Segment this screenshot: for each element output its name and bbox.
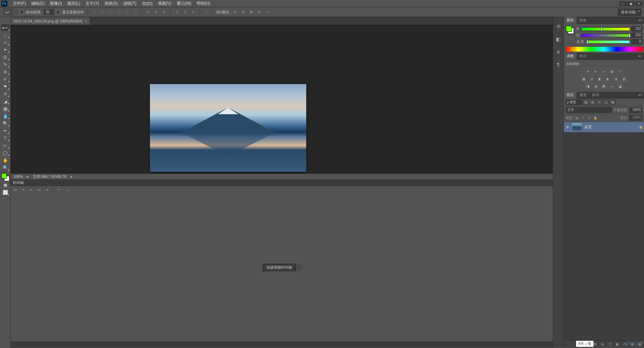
distribute-icon[interactable]: ≡ — [145, 9, 151, 15]
lock-pixels-icon[interactable]: ✎ — [581, 116, 586, 120]
hue-icon[interactable]: ▦ — [581, 76, 587, 82]
blend-mode-dropdown[interactable]: 正常 — [566, 107, 612, 113]
layer-row[interactable]: 👁 背景 🔒 — [564, 122, 644, 133]
opacity-value[interactable]: 100% — [629, 108, 642, 113]
distribute-h-icon[interactable]: ⦀ — [190, 9, 196, 15]
vibrance-icon[interactable]: ▽ — [617, 68, 623, 74]
distribute-h-icon[interactable]: ⦀ — [182, 9, 188, 15]
show-transform-checkbox[interactable] — [56, 10, 60, 14]
goto-last-icon[interactable]: ◂ — [45, 187, 50, 192]
next-frame-icon[interactable]: ▸| — [37, 187, 42, 192]
new-fill-icon[interactable]: ◐ — [615, 342, 620, 347]
maximize-button[interactable]: ▣ — [627, 1, 635, 6]
lasso-tool[interactable]: ⊃ — [1, 39, 9, 46]
color-swatch[interactable] — [566, 26, 574, 34]
3d-roll-icon[interactable]: ⊕ — [240, 9, 246, 15]
brush-tool[interactable]: ✐ — [1, 76, 9, 82]
r-slider[interactable] — [581, 27, 630, 31]
menu-type[interactable]: 文字(Y) — [83, 0, 102, 7]
eyedropper-tool[interactable]: ✎ — [1, 61, 9, 68]
invert-icon[interactable]: ◨ — [585, 83, 591, 89]
color-spectrum[interactable] — [565, 47, 643, 52]
character-panel-icon[interactable]: A — [555, 49, 562, 55]
tab-layers[interactable]: 图层 — [564, 91, 577, 98]
g-value[interactable]: 255 — [631, 33, 642, 38]
blur-tool[interactable]: 💧 — [1, 113, 9, 119]
align-bottom-icon[interactable]: ⬚ — [107, 9, 113, 15]
autoselect-dropdown[interactable]: 组 — [44, 9, 54, 15]
paragraph-panel-icon[interactable]: ¶ — [555, 61, 562, 68]
levels-icon[interactable]: ⊪ — [593, 68, 599, 74]
shape-tool[interactable]: ◯ — [1, 149, 9, 156]
align-top-icon[interactable]: ⬚ — [91, 9, 97, 15]
canvas-image[interactable] — [150, 84, 306, 172]
zoom-level[interactable]: 100% — [13, 175, 23, 179]
crop-tool[interactable]: ⊡ — [1, 54, 9, 60]
layer-visibility-icon[interactable]: 👁 — [565, 125, 570, 130]
layer-lock-icon[interactable]: 🔒 — [639, 125, 643, 129]
3d-pan-icon[interactable]: ✥ — [248, 9, 254, 15]
3d-zoom-icon[interactable]: ▭ — [264, 9, 270, 15]
close-tab-icon[interactable]: ✕ — [85, 19, 87, 23]
pen-tool[interactable]: ✒ — [1, 127, 9, 134]
layer-mask-icon[interactable]: ◻ — [608, 342, 612, 347]
menu-edit[interactable]: 编辑(E) — [29, 0, 47, 7]
zoom-tool[interactable]: 🔍 — [1, 164, 9, 171]
layer-thumbnail[interactable] — [572, 123, 582, 131]
3d-slide-icon[interactable]: ⇄ — [256, 9, 262, 15]
posterize-icon[interactable]: ▧ — [593, 83, 599, 89]
filter-smart-icon[interactable]: ▣ — [610, 99, 615, 105]
play-icon[interactable]: ▸ — [29, 187, 34, 192]
move-tool[interactable]: ▸+ — [1, 24, 9, 31]
create-video-timeline-button[interactable]: 创建视频时间轴 — [263, 264, 296, 271]
panel-menu-icon[interactable]: ▾≡ — [636, 93, 644, 97]
cut-icon[interactable]: ✂ — [57, 187, 61, 192]
doc-info-caret-icon[interactable]: ▸ — [71, 175, 73, 179]
menu-view[interactable]: 视图(V) — [155, 0, 174, 7]
stamp-tool[interactable]: ⚑ — [1, 83, 9, 90]
screen-mode-tool[interactable]: ⬜ — [1, 189, 9, 196]
gradient-map-icon[interactable]: ▭ — [609, 83, 615, 89]
g-slider[interactable] — [581, 34, 630, 37]
text-tool[interactable]: T — [1, 135, 9, 141]
fill-value[interactable]: 100% — [629, 115, 642, 121]
curves-icon[interactable]: ⬀ — [601, 68, 607, 74]
menu-file[interactable]: 文件(F) — [10, 0, 29, 7]
panel-menu-icon[interactable]: ▾≡ — [636, 18, 644, 22]
layer-style-icon[interactable]: fx — [600, 342, 605, 347]
exposure-icon[interactable]: ▨ — [609, 68, 615, 74]
panel-menu-icon[interactable]: ▾≡ — [636, 54, 644, 58]
dodge-tool[interactable]: 🔍 — [1, 120, 9, 127]
minimize-button[interactable]: — — [619, 1, 627, 6]
lock-all-icon[interactable]: 🔒 — [593, 116, 598, 120]
color-swatches[interactable] — [1, 173, 9, 181]
history-panel-icon[interactable]: ⟲ — [555, 23, 562, 30]
menu-filter[interactable]: 滤镜(T) — [120, 0, 139, 7]
b-value[interactable]: 0 — [631, 39, 642, 44]
filter-shape-icon[interactable]: ◻ — [603, 99, 609, 105]
zoom-caret-icon[interactable]: ▸ — [27, 175, 29, 179]
transition-icon[interactable]: ▱ — [65, 187, 69, 192]
document-tab[interactable]: 2022-10-04_093128.png @ 100%(RGB/8) ✕ — [11, 17, 90, 25]
selective-color-icon[interactable]: ◪ — [617, 83, 623, 89]
filter-pixel-icon[interactable]: ▦ — [583, 99, 589, 105]
align-vcenter-icon[interactable]: ⬚ — [99, 9, 105, 15]
create-video-dropdown[interactable]: ▾ — [296, 265, 301, 270]
tab-channels[interactable]: 通道 — [577, 91, 589, 98]
prev-frame-icon[interactable]: ◂ — [21, 187, 25, 192]
foreground-color[interactable] — [1, 173, 7, 179]
r-value[interactable]: 102 — [631, 26, 642, 31]
close-button[interactable]: ✕ — [635, 1, 643, 6]
brightness-icon[interactable]: ☀ — [585, 68, 591, 74]
canvas[interactable]: ⬚↗ — [11, 25, 553, 173]
color-balance-icon[interactable]: ⚖ — [589, 76, 595, 82]
photo-filter-icon[interactable]: ◐ — [605, 76, 611, 82]
properties-panel-icon[interactable]: ◧ — [555, 36, 562, 43]
align-left-icon[interactable]: ⬚ — [115, 9, 121, 15]
distribute-icon[interactable]: ≡ — [161, 9, 167, 15]
b-slider[interactable] — [586, 40, 630, 44]
quick-mask-tool[interactable]: ▣ — [1, 182, 9, 188]
lock-transparency-icon[interactable]: ▦ — [575, 116, 580, 120]
tab-styles[interactable]: 样式 — [577, 53, 589, 60]
layer-filter-dropdown[interactable]: ρ 类型 — [566, 99, 582, 105]
